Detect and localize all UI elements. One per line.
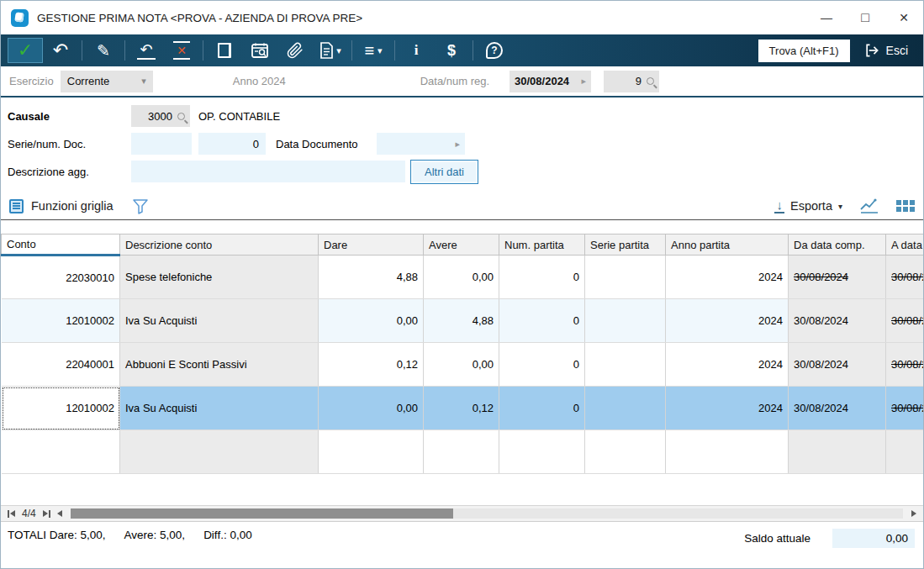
cell-descrizione[interactable]: Spese telefoniche [120, 256, 319, 299]
header-dare[interactable]: Dare [319, 234, 424, 256]
currency-button[interactable]: $ [434, 38, 469, 63]
cell-dare[interactable] [319, 430, 424, 474]
serie-doc-field[interactable] [131, 133, 192, 155]
table-row[interactable]: 12010002 Iva Su Acquisti 0,00 4,88 0 202… [2, 299, 924, 343]
cell-a-data[interactable]: 30/08/2024 [886, 343, 924, 387]
menu-button[interactable]: ≡▾ [356, 38, 391, 63]
cell-avere[interactable]: 4,88 [424, 299, 499, 343]
first-record-button[interactable] [4, 510, 18, 518]
cell-conto[interactable]: 22040001 [2, 343, 120, 387]
header-num-partita[interactable]: Num. partita [499, 234, 585, 256]
cell-anno-partita[interactable]: 2024 [666, 299, 789, 343]
cell-serie-partita[interactable] [585, 256, 666, 299]
causale-code-field[interactable]: 3000 [131, 105, 190, 127]
cell-avere[interactable]: 0,00 [424, 343, 499, 387]
data-documento-field[interactable]: ▸ [377, 133, 465, 155]
funzioni-griglia-button[interactable]: Funzioni griglia [31, 199, 114, 213]
cell-anno-partita[interactable] [666, 430, 789, 474]
cell-anno-partita[interactable]: 2024 [666, 256, 789, 299]
last-record-button[interactable] [40, 510, 54, 518]
confirm-button[interactable]: ✓ [8, 38, 43, 63]
horizontal-scrollbar[interactable] [71, 508, 903, 519]
esporta-button[interactable]: ↓ Esporta ▾ [774, 198, 842, 213]
attachment-button[interactable] [277, 38, 313, 63]
num-reg-field[interactable]: 9 [604, 71, 659, 92]
scrollbar-thumb[interactable] [71, 508, 453, 519]
cell-serie-partita[interactable] [585, 387, 666, 430]
cell-da-data[interactable] [789, 430, 886, 474]
table-row-selected[interactable]: 12010002 Iva Su Acquisti 0,00 0,12 0 202… [2, 387, 924, 430]
header-anno-partita[interactable]: Anno partita [666, 234, 789, 256]
cell-da-data[interactable]: 30/08/2024 [789, 387, 886, 430]
cell-avere[interactable]: 0,00 [424, 256, 499, 299]
esci-button[interactable]: Esci [863, 42, 908, 59]
cell-avere[interactable] [424, 430, 499, 474]
cell-a-data[interactable]: 30/08/2024 [886, 299, 924, 343]
cell-num-partita[interactable]: 0 [499, 256, 585, 299]
header-serie-partita[interactable]: Serie partita [585, 234, 666, 256]
data-reg-field[interactable]: 30/08/2024 ▸ [510, 71, 591, 92]
cell-conto[interactable]: 12010002 [2, 387, 120, 430]
cell-num-partita[interactable]: 0 [499, 343, 585, 387]
table-row[interactable]: 22040001 Abbuoni E Sconti Passivi 0,12 0… [2, 343, 924, 387]
cell-serie-partita[interactable] [585, 343, 666, 387]
cell-conto[interactable]: 12010002 [2, 299, 120, 343]
altri-dati-button[interactable]: Altri dati [410, 160, 478, 184]
cell-descrizione[interactable]: Iva Su Acquisti [120, 299, 319, 343]
copy-button[interactable] [207, 38, 242, 63]
cell-anno-partita[interactable]: 2024 [666, 387, 789, 430]
header-da-data-comp[interactable]: Da data comp. [789, 234, 886, 256]
cell-dare[interactable]: 0,00 [319, 299, 424, 343]
cell-avere[interactable]: 0,12 [424, 387, 499, 430]
cell-a-data[interactable]: 30/08/2024 [886, 387, 924, 430]
grid-view-icon[interactable] [896, 200, 915, 212]
scroll-left-button[interactable] [54, 510, 66, 517]
delete-row-button[interactable]: ✕ [164, 38, 199, 63]
esercizio-select[interactable]: Corrente ▾ [61, 71, 153, 92]
search-icon[interactable] [647, 77, 654, 85]
chart-view-button[interactable] [859, 198, 879, 214]
cell-dare[interactable]: 0,00 [319, 387, 424, 430]
cell-conto[interactable] [2, 430, 120, 474]
num-doc-field[interactable]: 0 [198, 133, 266, 155]
cell-a-data[interactable] [886, 430, 924, 474]
help-button[interactable]: ? [477, 38, 512, 63]
descrizione-agg-field[interactable] [131, 161, 405, 182]
cell-descrizione[interactable]: Abbuoni E Sconti Passivi [120, 343, 319, 387]
cell-da-data[interactable]: 30/08/2024 [789, 299, 886, 343]
header-a-data[interactable]: A data [886, 234, 924, 256]
header-descrizione[interactable]: Descrizione conto [120, 234, 319, 256]
cell-serie-partita[interactable] [585, 430, 666, 474]
saldo-attuale-value: 0,00 [886, 532, 908, 545]
cell-anno-partita[interactable]: 2024 [666, 343, 789, 387]
cell-num-partita[interactable]: 0 [499, 299, 585, 343]
close-button[interactable]: ✕ [884, 1, 923, 34]
minimize-button[interactable]: — [807, 1, 846, 34]
edit-button[interactable]: ✎ [86, 38, 121, 63]
table-row-empty[interactable] [2, 430, 924, 474]
header-conto[interactable]: Conto [2, 234, 120, 256]
cell-descrizione[interactable] [120, 430, 319, 474]
revert-row-button[interactable]: ↶ [129, 38, 164, 63]
cell-num-partita[interactable]: 0 [499, 387, 585, 430]
cell-da-data[interactable]: 30/08/2024 [789, 256, 886, 299]
table-row[interactable]: 22030010 Spese telefoniche 4,88 0,00 0 2… [2, 256, 924, 299]
scroll-right-button[interactable] [908, 510, 920, 517]
cell-da-data[interactable]: 30/08/2024 [789, 343, 886, 387]
cell-descrizione[interactable]: Iva Su Acquisti [120, 387, 319, 430]
cell-dare[interactable]: 4,88 [319, 256, 424, 299]
filter-funnel-icon[interactable] [132, 198, 149, 214]
calendar-search-button[interactable] [242, 38, 277, 63]
cell-dare[interactable]: 0,12 [319, 343, 424, 387]
cell-serie-partita[interactable] [585, 299, 666, 343]
cell-num-partita[interactable] [499, 430, 585, 474]
undo-button[interactable]: ↶ [43, 38, 78, 63]
cell-conto[interactable]: 22030010 [2, 256, 120, 299]
info-button[interactable]: i [399, 38, 434, 63]
search-icon[interactable] [177, 113, 185, 120]
cell-a-data[interactable]: 30/08/2024 [886, 256, 924, 299]
document-menu-button[interactable]: ▾ [313, 38, 348, 63]
header-avere[interactable]: Avere [424, 234, 499, 256]
maximize-button[interactable]: □ [846, 1, 884, 34]
trova-button[interactable]: Trova (Alt+F1) [758, 40, 850, 62]
